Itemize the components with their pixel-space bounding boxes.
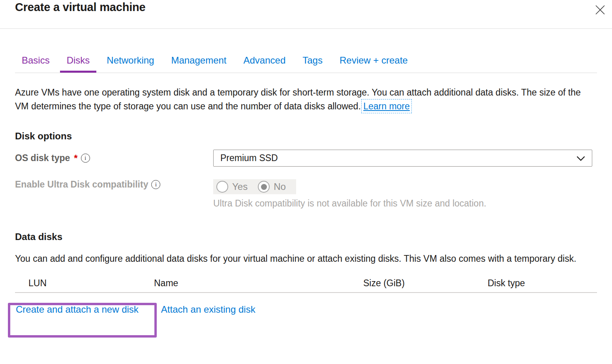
data-disks-table-header: LUN Name Size (GiB) Disk type [15,275,597,293]
ultra-disk-label-group: Enable Ultra Disk compatibility i [15,179,213,190]
tab-management[interactable]: Management [164,51,233,73]
tab-bar: Basics Disks Networking Management Advan… [15,51,597,73]
data-disks-actions: Create and attach a new disk Attach an e… [15,293,597,315]
tab-label: Advanced [244,55,286,66]
tab-advanced[interactable]: Advanced [237,51,293,73]
ultra-disk-label: Enable Ultra Disk compatibility [15,179,148,190]
tab-review-create[interactable]: Review + create [333,51,415,73]
column-header-name: Name [154,278,178,289]
column-header-disk-type: Disk type [488,278,525,289]
os-disk-type-label-group: OS disk type* i [15,153,213,164]
os-disk-type-dropdown[interactable]: Premium SSD [213,150,592,167]
intro-text: Azure VMs have one operating system disk… [15,86,589,113]
intro-text-body: Azure VMs have one operating system disk… [15,87,581,111]
os-disk-type-label: OS disk type [15,153,70,163]
radio-label: Yes [232,181,248,192]
data-disks-heading: Data disks [15,231,597,242]
tab-label: Review + create [340,55,408,66]
os-disk-type-value: Premium SSD [220,153,278,163]
tab-label: Disks [67,55,90,66]
ultra-disk-radio-group: Yes No [213,179,296,194]
close-icon [595,5,605,16]
learn-more-link[interactable]: Learn more [363,101,410,111]
tab-label: Tags [302,55,323,66]
close-button[interactable] [592,2,608,18]
info-icon[interactable]: i [151,180,160,189]
tab-basics[interactable]: Basics [15,51,56,73]
tab-networking[interactable]: Networking [100,51,161,73]
info-icon[interactable]: i [81,154,90,163]
radio-label: No [274,181,286,192]
os-disk-type-row: OS disk type* i Premium SSD [15,150,597,167]
tab-tags[interactable]: Tags [296,51,329,73]
radio-button-icon [216,181,228,193]
ultra-disk-row: Enable Ultra Disk compatibility i Yes No… [15,179,597,209]
data-disks-description: You can add and configure additional dat… [15,252,589,266]
disk-options-heading: Disk options [15,131,597,142]
ultra-disk-helper-text: Ultra Disk compatibility is not availabl… [213,197,597,209]
tab-label: Networking [107,55,154,66]
column-header-lun: LUN [28,278,47,289]
ultra-disk-control: Yes No Ultra Disk compatibility is not a… [213,179,597,209]
tab-disks[interactable]: Disks [60,51,97,73]
chevron-down-icon [576,153,585,163]
required-asterisk: * [74,153,77,164]
radio-option-no: No [258,181,286,193]
os-disk-type-control: Premium SSD [213,150,597,167]
page-title: Create a virtual machine [15,1,145,14]
tab-label: Basics [22,55,50,66]
create-and-attach-new-disk-link[interactable]: Create and attach a new disk [16,304,139,315]
dialog-header: Create a virtual machine [0,0,612,29]
column-header-size: Size (GiB) [363,278,405,289]
radio-option-yes: Yes [216,181,248,193]
attach-existing-disk-link[interactable]: Attach an existing disk [161,304,255,315]
radio-button-icon [258,181,270,193]
tab-label: Management [171,55,226,66]
